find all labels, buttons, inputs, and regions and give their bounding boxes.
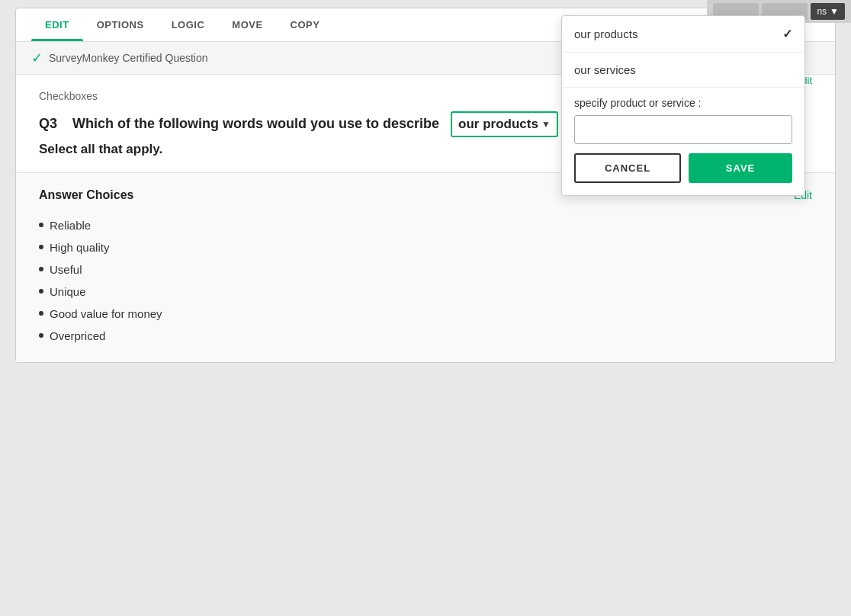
list-item: High quality [39, 236, 812, 258]
list-item: Overpriced [39, 325, 812, 347]
list-item: Unique [39, 281, 812, 303]
question-number: Q3 [39, 116, 57, 131]
answer-choices-title: Answer Choices [39, 188, 133, 202]
tab-options[interactable]: OPTIONS [83, 8, 158, 41]
certified-icon: ✓ [31, 50, 43, 66]
bullet-icon [39, 223, 43, 227]
bullet-icon [39, 333, 43, 338]
question-type: Checkboxes [39, 90, 570, 102]
check-mark-icon: ✓ [782, 27, 792, 41]
save-button[interactable]: SAVE [689, 153, 792, 183]
specify-input[interactable] [574, 115, 792, 144]
bullet-icon [39, 245, 43, 249]
list-item: Useful [39, 258, 812, 281]
specify-label: specify product or service : [574, 97, 792, 109]
inline-dropdown[interactable]: our products ▼ [451, 111, 558, 137]
question-sub: Select all that apply. [39, 142, 570, 157]
tab-move[interactable]: MOVE [218, 8, 276, 41]
answer-section: Answer Choices Edit Reliable High qualit… [16, 173, 835, 362]
cancel-button[interactable]: CANCEL [574, 153, 681, 183]
dropdown-option-our-services[interactable]: our services [562, 53, 804, 87]
tab-edit[interactable]: EDIT [31, 8, 83, 41]
specify-section: specify product or service : CANCEL SAVE [562, 87, 804, 195]
top-bar-dropdown[interactable]: ns ▼ [811, 3, 845, 20]
bullet-icon [39, 289, 43, 294]
bullet-icon [39, 311, 43, 316]
list-item: Reliable [39, 214, 812, 236]
list-item: Good value for money [39, 303, 812, 325]
bullet-icon [39, 267, 43, 271]
dropdown-chevron-icon: ▼ [541, 117, 551, 131]
dropdown-label: ns [817, 6, 827, 17]
tab-logic[interactable]: LOGIC [158, 8, 219, 41]
question-text: Q3 Which of the following words would yo… [39, 111, 570, 137]
tab-copy[interactable]: COPY [277, 8, 334, 41]
dropdown-popup: our products ✓ our services specify prod… [561, 15, 805, 196]
dropdown-arrow-icon: ▼ [830, 6, 839, 17]
answer-list: Reliable High quality Useful Unique Good… [39, 214, 812, 347]
dropdown-option-our-products[interactable]: our products ✓ [562, 16, 804, 53]
certified-text: SurveyMonkey Certified Question [49, 52, 208, 64]
popup-buttons: CANCEL SAVE [574, 153, 792, 183]
